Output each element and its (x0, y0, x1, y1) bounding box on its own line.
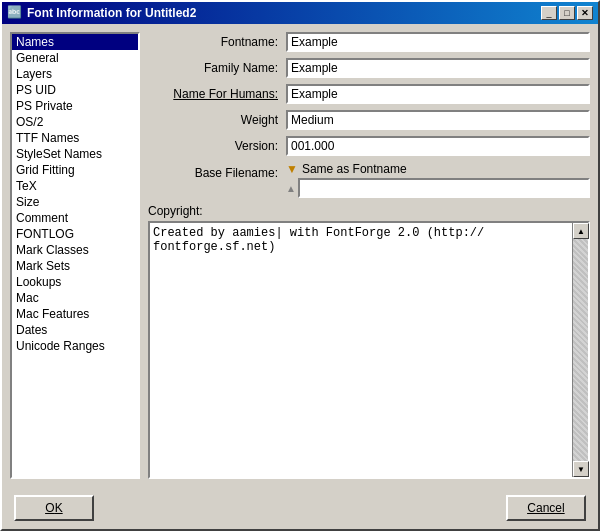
sidebar-item-os2[interactable]: OS/2 (12, 114, 138, 130)
weight-label: Weight (148, 113, 278, 127)
sidebar-item-ttf-names[interactable]: TTF Names (12, 130, 138, 146)
scroll-up-button[interactable]: ▲ (573, 223, 589, 239)
scroll-down-button[interactable]: ▼ (573, 461, 589, 477)
sidebar-item-mark-sets[interactable]: Mark Sets (12, 258, 138, 274)
sidebar-item-mac-features[interactable]: Mac Features (12, 306, 138, 322)
cancel-button[interactable]: Cancel (506, 495, 586, 521)
base-filename-section: Base Filename: ▼ Same as Fontname ▲ (148, 162, 590, 198)
titlebar-buttons: _ □ ✕ (541, 6, 593, 20)
sidebar-item-fontlog[interactable]: FONTLOG (12, 226, 138, 242)
base-filename-controls: ▼ Same as Fontname ▲ (286, 162, 590, 198)
dropdown-arrow-icon: ▼ (286, 162, 298, 176)
sidebar-item-ps-uid[interactable]: PS UID (12, 82, 138, 98)
content-area: Names General Layers PS UID PS Private O… (2, 24, 598, 487)
sidebar-item-dates[interactable]: Dates (12, 322, 138, 338)
copyright-label: Copyright: (148, 204, 590, 218)
family-name-input[interactable] (286, 58, 590, 78)
sidebar-item-ps-private[interactable]: PS Private (12, 98, 138, 114)
maximize-button[interactable]: □ (559, 6, 575, 20)
base-filename-label: Base Filename: (148, 162, 278, 180)
minimize-button[interactable]: _ (541, 6, 557, 20)
name-for-humans-label: Name For Humans: (148, 87, 278, 101)
up-arrow-icon: ▲ (286, 183, 296, 194)
fontname-input[interactable] (286, 32, 590, 52)
version-label: Version: (148, 139, 278, 153)
fontname-row: Fontname: (148, 32, 590, 52)
copyright-section: Copyright: Created by aamies| with FontF… (148, 204, 590, 479)
main-window: 🔤 Font Information for Untitled2 _ □ ✕ N… (0, 0, 600, 531)
version-row: Version: (148, 136, 590, 156)
copyright-text-wrap: Created by aamies| with FontForge 2.0 (h… (148, 221, 590, 479)
close-button[interactable]: ✕ (577, 6, 593, 20)
sidebar-item-tex[interactable]: TeX (12, 178, 138, 194)
sidebar-item-mark-classes[interactable]: Mark Classes (12, 242, 138, 258)
ok-button[interactable]: OK (14, 495, 94, 521)
same-as-fontname-label: Same as Fontname (302, 162, 407, 176)
family-name-row: Family Name: (148, 58, 590, 78)
name-for-humans-input[interactable] (286, 84, 590, 104)
weight-input[interactable] (286, 110, 590, 130)
weight-row: Weight (148, 110, 590, 130)
base-filename-input[interactable] (298, 178, 590, 198)
fontname-label: Fontname: (148, 35, 278, 49)
titlebar-left: 🔤 Font Information for Untitled2 (7, 5, 196, 21)
sidebar-item-unicode-ranges[interactable]: Unicode Ranges (12, 338, 138, 354)
sidebar-item-names[interactable]: Names (12, 34, 138, 50)
sidebar-item-lookups[interactable]: Lookups (12, 274, 138, 290)
sidebar-item-layers[interactable]: Layers (12, 66, 138, 82)
copyright-scrollbar[interactable]: ▲ ▼ (572, 223, 588, 477)
sidebar-item-grid-fitting[interactable]: Grid Fitting (12, 162, 138, 178)
sidebar[interactable]: Names General Layers PS UID PS Private O… (10, 32, 140, 479)
titlebar: 🔤 Font Information for Untitled2 _ □ ✕ (2, 2, 598, 24)
scroll-track (573, 239, 588, 461)
sidebar-item-size[interactable]: Size (12, 194, 138, 210)
window-title: Font Information for Untitled2 (27, 6, 196, 20)
version-input[interactable] (286, 136, 590, 156)
sidebar-item-styleset-names[interactable]: StyleSet Names (12, 146, 138, 162)
same-as-row: ▼ Same as Fontname (286, 162, 590, 176)
copyright-textarea[interactable]: Created by aamies| with FontForge 2.0 (h… (150, 223, 572, 477)
name-for-humans-row: Name For Humans: (148, 84, 590, 104)
cancel-label: Cancel (527, 501, 564, 515)
footer: OK Cancel (2, 487, 598, 529)
sidebar-item-general[interactable]: General (12, 50, 138, 66)
window-icon: 🔤 (7, 5, 23, 21)
sidebar-item-mac[interactable]: Mac (12, 290, 138, 306)
ok-label: OK (45, 501, 62, 515)
sidebar-item-comment[interactable]: Comment (12, 210, 138, 226)
family-name-label: Family Name: (148, 61, 278, 75)
base-input-row: ▲ (286, 178, 590, 198)
main-panel: Fontname: Family Name: Name For Humans: … (148, 32, 590, 479)
